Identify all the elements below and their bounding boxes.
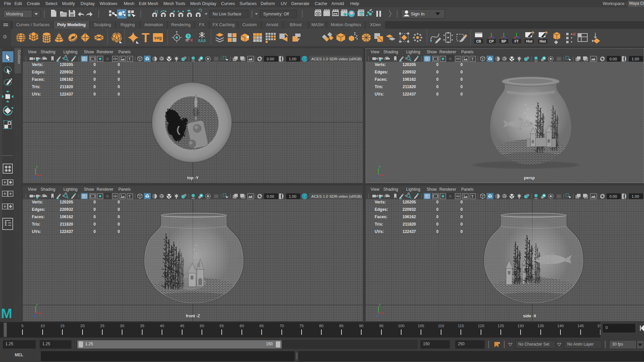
svg-text:110: 110 (438, 324, 444, 328)
svg-text:100: 100 (398, 324, 404, 328)
svg-text:BP: BP (501, 40, 506, 43)
svg-text:Symmetry: Off: Symmetry: Off (263, 12, 289, 16)
svg-text:115: 115 (458, 324, 464, 328)
svg-text:50: 50 (200, 324, 204, 328)
svg-text:85: 85 (339, 324, 344, 328)
svg-text:svg: svg (154, 35, 162, 40)
svg-text:150: 150 (597, 324, 600, 328)
svg-text:95: 95 (379, 324, 384, 328)
svg-text:IPR: IPR (333, 12, 338, 15)
svg-text:90: 90 (359, 324, 364, 328)
svg-text:140: 140 (557, 324, 564, 328)
svg-text:70: 70 (280, 324, 284, 328)
svg-text:10: 10 (41, 324, 45, 328)
svg-text:45: 45 (180, 324, 184, 328)
svg-text:80: 80 (319, 324, 324, 328)
svg-text:55: 55 (220, 324, 224, 328)
svg-text:T: T (142, 31, 149, 45)
svg-text:135: 135 (537, 324, 544, 328)
svg-text:120: 120 (478, 324, 484, 328)
svg-text:Sign In: Sign In (411, 11, 424, 16)
svg-text:75: 75 (300, 324, 304, 328)
svg-text:25: 25 (100, 324, 105, 328)
svg-text:Hist: Hist (526, 40, 533, 43)
svg-text:15: 15 (60, 324, 65, 328)
svg-text:35: 35 (140, 324, 145, 328)
svg-text:40: 40 (160, 324, 164, 328)
svg-text:145: 145 (577, 324, 584, 328)
svg-text:No Live Surface: No Live Surface (213, 12, 241, 16)
svg-text:0,0,0: 0,0,0 (198, 39, 206, 43)
svg-text:30: 30 (120, 324, 124, 328)
svg-text:125: 125 (497, 324, 504, 328)
svg-text:Modeling: Modeling (6, 12, 23, 16)
svg-text:60: 60 (240, 324, 244, 328)
svg-text:105: 105 (418, 324, 424, 328)
svg-text:130: 130 (517, 324, 524, 328)
svg-text:Hist: Hist (540, 40, 546, 43)
svg-text:5: 5 (21, 324, 23, 328)
svg-text:FT: FT (515, 40, 519, 43)
svg-text:65: 65 (260, 324, 264, 328)
svg-text:M: M (1, 306, 12, 321)
svg-text:CP: CP (489, 40, 494, 43)
svg-text:CB: CB (476, 40, 481, 43)
svg-text:20: 20 (80, 324, 85, 328)
